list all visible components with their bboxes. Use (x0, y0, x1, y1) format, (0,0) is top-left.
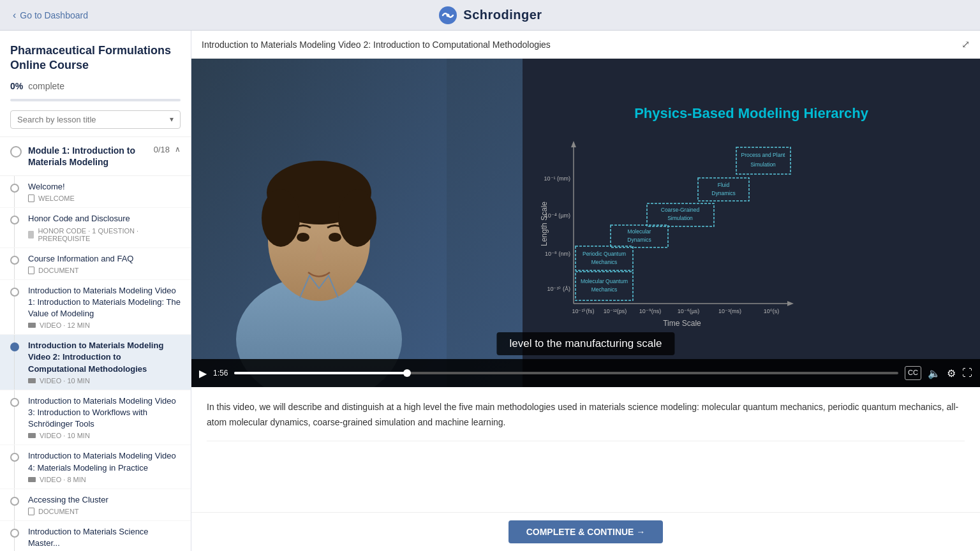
lesson-type-label: DOCUMENT (38, 267, 79, 274)
lesson-type-label: WELCOME (38, 195, 75, 202)
video-controls: ▶ 1:56 CC 🔈 ⚙ ⛶ (191, 359, 980, 387)
lesson-meta: HONOR CODE · 1 QUESTION · PREREQUISITE (28, 227, 181, 242)
lesson-circle-icon (10, 398, 19, 407)
lesson-item-video2[interactable]: Introduction to Materials Modeling Video… (0, 335, 191, 390)
svg-text:Time Scale: Time Scale (663, 319, 701, 328)
progress-percentage: 0% (10, 81, 23, 91)
lesson-title: Course Information and FAQ (28, 253, 181, 265)
progress-track[interactable] (234, 372, 898, 374)
back-label: Go to Dashboard (20, 10, 88, 20)
lesson-item-video5[interactable]: Introduction to Materials Science Master… (0, 521, 191, 551)
volume-icon[interactable]: 🔈 (928, 367, 940, 379)
lesson-meta: DOCUMENT (28, 267, 181, 274)
complete-continue-button[interactable]: COMPLETE & CONTINUE → (509, 520, 664, 543)
lesson-content: Welcome! WELCOME (28, 181, 181, 202)
lesson-content: Introduction to Materials Modeling Video… (28, 450, 181, 483)
svg-text:Simulation: Simulation (750, 161, 776, 168)
back-to-dashboard-link[interactable]: ‹ Go to Dashboard (13, 10, 88, 21)
brand-name: Schrodinger (463, 8, 542, 22)
svg-text:Dynamics: Dynamics (711, 190, 735, 196)
lesson-content: Honor Code and Disclosure HONOR CODE · 1… (28, 213, 181, 242)
search-lesson-box[interactable]: ▾ (10, 110, 181, 129)
svg-text:10⁻¹⁰ (Å): 10⁻¹⁰ (Å) (547, 286, 571, 292)
sidebar-header: Pharmaceutical Formulations Online Cours… (0, 31, 191, 137)
slide-title: Physics-Based Modeling Hierarchy (535, 105, 967, 122)
svg-text:10⁻⁹(ns): 10⁻⁹(ns) (639, 308, 662, 314)
video-title-bar: Introduction to Materials Modeling Video… (191, 31, 980, 59)
description-text: In this video, we will describe and dist… (207, 400, 965, 430)
subtitle-text: level to the manufacturing scale (509, 337, 662, 349)
lesson-content: Introduction to Materials Modeling Video… (28, 285, 181, 330)
lesson-item-course-info[interactable]: Course Information and FAQ DOCUMENT (0, 248, 191, 280)
svg-text:10⁻⁸ (nm): 10⁻⁸ (nm) (545, 251, 570, 257)
lesson-meta: VIDEO · 8 MIN (28, 476, 181, 483)
main-layout: Pharmaceutical Formulations Online Cours… (0, 31, 980, 551)
lesson-item-cluster[interactable]: Accessing the Cluster DOCUMENT (0, 489, 191, 521)
lesson-meta: VIDEO · 10 MIN (28, 432, 181, 439)
svg-marker-14 (787, 301, 794, 306)
current-time: 1:56 (213, 369, 228, 378)
lesson-meta: WELCOME (28, 195, 181, 202)
lesson-title: Welcome! (28, 181, 181, 193)
settings-icon[interactable]: ⚙ (947, 367, 956, 379)
lesson-circle-icon (10, 453, 19, 462)
svg-text:Molecular Quantum: Molecular Quantum (581, 278, 628, 284)
progress-played (234, 372, 407, 374)
lesson-item-video4[interactable]: Introduction to Materials Modeling Video… (0, 445, 191, 489)
video-player[interactable]: Physics-Based Modeling Hierarchy Length … (191, 59, 980, 387)
svg-text:10⁻⁶(µs): 10⁻⁶(µs) (678, 308, 700, 314)
svg-text:Process and Plant: Process and Plant (741, 152, 786, 158)
lesson-meta: DOCUMENT (28, 508, 181, 515)
closed-captions-button[interactable]: CC (905, 366, 921, 379)
svg-text:Periodic Quantum: Periodic Quantum (583, 251, 626, 257)
description-divider (207, 441, 965, 441)
play-button[interactable]: ▶ (199, 367, 207, 379)
lesson-meta: VIDEO · 12 MIN (28, 321, 181, 329)
lesson-item-welcome[interactable]: Welcome! WELCOME (0, 176, 191, 208)
progress-row: 0% complete (10, 81, 181, 91)
svg-point-9 (297, 233, 309, 242)
presenter-silhouette (191, 59, 447, 387)
video-icon (28, 378, 36, 383)
schrodinger-logo-icon (438, 5, 458, 26)
expand-icon[interactable]: ⤢ (961, 38, 970, 50)
lesson-title: Introduction to Materials Modeling Video… (28, 340, 181, 375)
module-1-header[interactable]: Module 1: Introduction to Materials Mode… (0, 137, 191, 176)
svg-text:10⁻⁴ (µm): 10⁻⁴ (µm) (545, 212, 570, 219)
course-title: Pharmaceutical Formulations Online Cours… (10, 43, 181, 73)
fullscreen-icon[interactable]: ⛶ (962, 367, 972, 379)
lesson-item-video1[interactable]: Introduction to Materials Modeling Video… (0, 280, 191, 335)
lesson-content: Introduction to Materials Modeling Video… (28, 340, 181, 385)
sidebar: Pharmaceutical Formulations Online Cours… (0, 31, 191, 551)
lesson-content: Introduction to Materials Science Master… (28, 526, 181, 551)
lesson-circle-icon (10, 529, 19, 538)
lesson-item-video3[interactable]: Introduction to Materials Modeling Video… (0, 390, 191, 446)
lesson-type-label: VIDEO · 10 MIN (40, 377, 90, 385)
module-title: Module 1: Introduction to Materials Mode… (28, 145, 149, 168)
description-area: In this video, we will describe and dist… (191, 387, 980, 512)
progress-bar-background (10, 99, 181, 101)
lesson-type-label: DOCUMENT (38, 508, 79, 515)
document-icon (28, 508, 34, 515)
lesson-item-honor-code[interactable]: Honor Code and Disclosure HONOR CODE · 1… (0, 208, 191, 247)
top-navigation: ‹ Go to Dashboard Schrodinger (0, 0, 980, 31)
video-title: Introduction to Materials Modeling Video… (202, 40, 551, 50)
svg-text:Fluid: Fluid (718, 182, 730, 188)
search-lesson-input[interactable] (17, 115, 170, 124)
progress-thumb (403, 369, 411, 377)
search-dropdown-arrow-icon: ▾ (170, 115, 174, 124)
svg-text:Simulation: Simulation (667, 215, 693, 221)
module-count: 0/18 (154, 145, 170, 154)
subtitle-bar: level to the manufacturing scale (496, 332, 674, 355)
svg-text:Length Scale: Length Scale (540, 201, 549, 246)
lesson-meta: VIDEO · 10 MIN (28, 377, 181, 385)
svg-point-7 (262, 189, 300, 247)
lesson-type-label: HONOR CODE · 1 QUESTION · PREREQUISITE (38, 227, 181, 242)
main-content: Introduction to Materials Modeling Video… (191, 31, 980, 551)
lesson-title: Accessing the Cluster (28, 494, 181, 506)
lesson-type-label: VIDEO · 10 MIN (40, 432, 90, 439)
complete-bar: COMPLETE & CONTINUE → (191, 512, 980, 551)
video-icon (28, 323, 36, 328)
progress-label: complete (28, 81, 64, 91)
brand-logo: Schrodinger (438, 5, 542, 26)
